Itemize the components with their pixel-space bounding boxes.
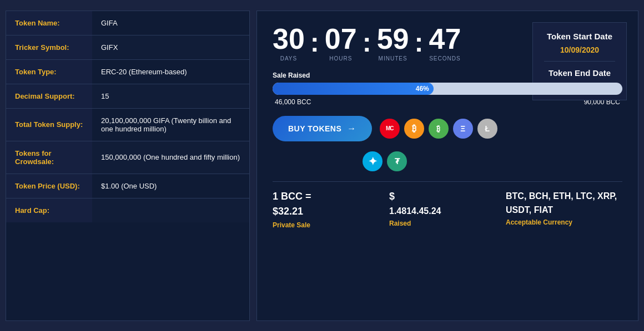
left-value-3: 15: [92, 84, 249, 108]
left-value-2: ERC-20 (Ethereum-based): [92, 60, 249, 84]
sep1: :: [308, 29, 321, 56]
buy-button-arrow: →: [347, 124, 356, 134]
btc-icon: ₿: [404, 119, 424, 139]
mastercard-icon: MC: [380, 119, 400, 139]
left-label-0: Token Name:: [6, 11, 92, 35]
left-row-1: Tricker Symbol:GIFX: [6, 35, 249, 60]
left-value-1: GIFX: [92, 35, 249, 59]
ico-panel: 30 DAYS : 07 HOURS : 59 MINUTES : 47 SEC…: [256, 11, 638, 321]
left-value-5: 150,000,000 (One hundred and fifty milli…: [92, 141, 249, 174]
eth-icon: Ξ: [453, 119, 473, 139]
raised-label: Raised: [389, 220, 506, 227]
crypto-icons-row1: MC ₿ ₿ Ξ Ł: [380, 119, 497, 139]
buy-button-label: BUY TOKENS: [288, 124, 341, 133]
sep3: :: [412, 29, 426, 56]
left-label-4: Total Token Supply:: [6, 109, 92, 141]
raised-stat: $ 1.4814.45.24 Raised: [389, 191, 506, 228]
private-sale-amount: $32.21: [273, 206, 389, 218]
token-start-value: 10/09/2020: [544, 45, 615, 54]
date-divider: [544, 61, 615, 62]
minutes-segment: 59 MINUTES: [377, 24, 409, 62]
days-segment: 30 DAYS: [273, 24, 305, 62]
progress-percent: 46%: [416, 85, 429, 93]
usdt-icon: ₮: [387, 151, 407, 171]
left-row-3: Decimal Support:15: [6, 84, 249, 109]
left-label-1: Tricker Symbol:: [6, 35, 92, 59]
buy-tokens-button[interactable]: BUY TOKENS →: [273, 116, 372, 141]
private-sale-label: Private Sale: [273, 221, 389, 229]
hours-label: HOURS: [329, 55, 352, 62]
left-label-7: Hard Cap:: [6, 198, 92, 222]
acceptable-currency-label: Acceptable Currency: [506, 218, 622, 226]
left-row-2: Token Type:ERC-20 (Ethereum-based): [6, 60, 249, 84]
stats-row: 1 BCC = $32.21 Private Sale $ 1.4814.45.…: [273, 181, 622, 229]
left-row-0: Token Name:GIFA: [6, 11, 249, 35]
seconds-value: 47: [429, 24, 461, 53]
left-value-0: GIFA: [92, 11, 249, 35]
sep2: :: [360, 29, 374, 56]
progress-bar-inner: 46%: [273, 83, 434, 95]
token-end-title: Token End Date: [544, 68, 615, 78]
days-value: 30: [273, 24, 305, 53]
minutes-value: 59: [377, 24, 409, 53]
currency-value2: USDT, FIAT: [506, 205, 622, 215]
days-label: DAYS: [280, 55, 298, 62]
ltc-icon: Ł: [477, 119, 497, 139]
left-row-6: Token Price (USD):$1.00 (One USD): [6, 174, 249, 198]
currency-stat: BTC, BCH, ETH, LTC, XRP, USDT, FIAT Acce…: [506, 191, 622, 226]
buy-tokens-row: BUY TOKENS → MC ₿ ₿ Ξ Ł: [273, 116, 622, 141]
left-label-2: Token Type:: [6, 60, 92, 84]
crypto-icons-row2: ✦ ₮: [363, 151, 622, 171]
raised-amount: 1.4814.45.24: [389, 206, 506, 216]
xrp-icon: ✦: [363, 151, 383, 171]
progress-bar-outer: 46%: [273, 83, 622, 95]
seconds-label: SECONDS: [429, 55, 460, 62]
left-value-6: $1.00 (One USD): [92, 174, 249, 198]
left-label-5: Tokens for Crowdsale:: [6, 141, 92, 174]
main-container: Token Name:GIFATricker Symbol:GIFXToken …: [6, 11, 638, 321]
hours-value: 07: [325, 24, 357, 53]
left-row-5: Tokens for Crowdsale:150,000,000 (One hu…: [6, 141, 249, 174]
amount-raised: 46,000 BCC: [273, 98, 311, 106]
left-row-7: Hard Cap:: [6, 198, 249, 222]
private-sale-bcc-label: 1 BCC =: [273, 191, 389, 203]
left-label-3: Decimal Support:: [6, 84, 92, 108]
sale-raised-label: Sale Raised: [273, 72, 310, 79]
left-value-7: [92, 198, 249, 222]
token-start-title: Token Start Date: [544, 32, 615, 41]
private-sale-stat: 1 BCC = $32.21 Private Sale: [273, 191, 389, 229]
left-value-4: 20,100,000,000 GIFA (Twenty billion and …: [92, 109, 249, 141]
minutes-label: MINUTES: [379, 55, 407, 62]
token-info-panel: Token Name:GIFATricker Symbol:GIFXToken …: [6, 11, 250, 321]
seconds-segment: 47 SECONDS: [429, 24, 461, 62]
raised-currency-symbol: $: [389, 191, 506, 203]
left-label-6: Token Price (USD):: [6, 174, 92, 198]
bch-icon: ₿: [429, 119, 449, 139]
left-row-4: Total Token Supply:20,100,000,000 GIFA (…: [6, 109, 249, 141]
currency-value1: BTC, BCH, ETH, LTC, XRP,: [506, 191, 622, 201]
hours-segment: 07 HOURS: [325, 24, 357, 62]
